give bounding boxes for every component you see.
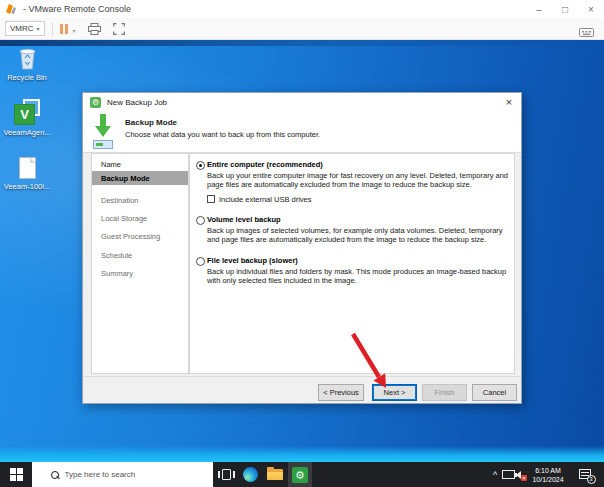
wallpaper-bottom-glow: [0, 446, 604, 462]
finish-button: Finish: [422, 384, 467, 401]
dialog-step-subtitle: Choose what data you want to back up fro…: [125, 130, 320, 139]
step-guest-processing[interactable]: Guest Processing: [92, 227, 188, 245]
keyboard-icon: [579, 28, 594, 37]
volume-tray-button[interactable]: ×: [512, 462, 528, 487]
windows-logo-icon: [10, 468, 23, 481]
edge-icon: [243, 467, 258, 482]
pause-icon: [60, 24, 63, 34]
pause-vm-button[interactable]: ▾: [60, 24, 76, 34]
edge-browser-button[interactable]: [238, 462, 262, 487]
wallpaper-top-shade: [0, 40, 604, 46]
wizard-steps-sidebar: Name Backup Mode Destination Local Stora…: [91, 153, 189, 374]
volume-muted-icon: ×: [514, 470, 526, 480]
checkbox-label[interactable]: Include external USB drives: [219, 195, 312, 204]
desktop-icon-recycle-bin[interactable]: Recycle Bin: [0, 44, 54, 82]
pause-icon: [65, 24, 68, 34]
task-view-icon: [222, 469, 231, 480]
printer-icon: [88, 23, 101, 35]
veeam-agent-icon: V: [14, 99, 40, 125]
keyboard-input-button[interactable]: [579, 23, 594, 41]
fullscreen-icon: [113, 23, 125, 35]
desktop-icon-label: VeeamAgen...: [3, 128, 50, 137]
search-input[interactable]: [65, 470, 205, 479]
radio-volume-level[interactable]: [196, 216, 205, 225]
window-titlebar: - VMware Remote Console – □ ×: [0, 0, 604, 18]
option-label[interactable]: Volume level backup: [207, 215, 281, 224]
veeam-v-tile: V: [14, 104, 35, 125]
document-icon: [19, 157, 36, 179]
radio-entire-computer[interactable]: [196, 161, 205, 170]
toolbar-separator: [52, 22, 53, 36]
backup-dash-icon: [96, 143, 103, 146]
previous-button[interactable]: < Previous: [318, 384, 364, 401]
checkbox-include-usb[interactable]: [207, 195, 215, 203]
task-view-button[interactable]: [214, 462, 238, 487]
dialog-header: Backup Mode Choose what data you want to…: [83, 112, 521, 153]
file-explorer-button[interactable]: [263, 462, 287, 487]
chevron-down-icon: ▾: [73, 27, 76, 34]
backup-target-box-icon: [93, 140, 113, 149]
vmware-logo-icon: [5, 3, 17, 15]
task-view-icon: [218, 471, 220, 478]
desktop-icon-veeam-file[interactable]: Veeam-100i...: [0, 157, 54, 191]
step-schedule[interactable]: Schedule: [92, 246, 188, 264]
clock-time: 6:10 AM: [535, 466, 561, 475]
printer-button[interactable]: [88, 23, 101, 35]
option-description: Back up images of selected volumes, for …: [207, 226, 512, 244]
file-explorer-icon: [267, 469, 283, 480]
action-center-button[interactable]: 3: [570, 462, 600, 487]
mute-badge-icon: ×: [521, 475, 527, 481]
start-button[interactable]: [0, 462, 32, 487]
maximize-button[interactable]: □: [552, 0, 578, 18]
action-center-icon: 3: [579, 469, 592, 481]
option-description: Back up your entire computer image for f…: [207, 171, 512, 189]
desktop-icon-label: Veeam-100i...: [4, 182, 50, 191]
network-icon: [502, 470, 513, 479]
minimize-button[interactable]: –: [526, 0, 552, 18]
veeam-agent-taskbar-button[interactable]: ⚙: [288, 462, 312, 487]
dialog-close-button[interactable]: ×: [501, 95, 517, 110]
step-local-storage[interactable]: Local Storage: [92, 209, 188, 227]
option-description: Back up individual files and folders by …: [207, 267, 512, 285]
vmrc-menu-button[interactable]: VMRC ▾: [5, 21, 45, 36]
cancel-button[interactable]: Cancel: [472, 384, 517, 401]
step-backup-mode[interactable]: Backup Mode: [92, 171, 188, 185]
taskbar-search[interactable]: [32, 462, 213, 487]
desktop-icon-label: Recycle Bin: [7, 73, 47, 82]
next-button[interactable]: Next >: [372, 384, 417, 401]
dialog-step-title: Backup Mode: [125, 118, 177, 127]
backup-mode-icon: [92, 114, 114, 150]
notification-badge: 3: [587, 475, 596, 484]
close-button[interactable]: ×: [578, 0, 604, 18]
search-icon: [51, 471, 59, 479]
clock-date: 10/1/2024: [532, 475, 563, 484]
window-title: - VMware Remote Console: [23, 4, 131, 14]
task-view-icon: [233, 471, 235, 478]
step-summary[interactable]: Summary: [92, 264, 188, 282]
new-backup-job-dialog: ⚙ New Backup Job × Backup Mode Choose wh…: [82, 92, 522, 404]
option-label[interactable]: File level backup (slower): [207, 256, 298, 265]
recycle-bin-icon: [17, 44, 38, 70]
veeam-gear-icon: ⚙: [90, 97, 101, 108]
vmrc-menu-label: VMRC: [10, 24, 34, 33]
vmrc-toolbar: VMRC ▾ ▾: [0, 18, 604, 40]
option-label[interactable]: Entire computer (recommended): [207, 160, 323, 169]
dialog-titlebar[interactable]: ⚙ New Backup Job: [83, 93, 521, 112]
taskbar-clock[interactable]: 6:10 AM 10/1/2024: [530, 462, 566, 487]
backup-mode-options-panel: Entire computer (recommended) Back up yo…: [189, 153, 515, 374]
radio-file-level[interactable]: [196, 257, 205, 266]
gear-icon: ⚙: [292, 467, 308, 483]
dialog-title: New Backup Job: [107, 98, 167, 107]
step-destination[interactable]: Destination: [92, 191, 188, 209]
chevron-down-icon: ▾: [37, 25, 40, 32]
desktop-icon-veeam-agent[interactable]: V VeeamAgen...: [0, 99, 54, 137]
fullscreen-button[interactable]: [113, 23, 125, 35]
